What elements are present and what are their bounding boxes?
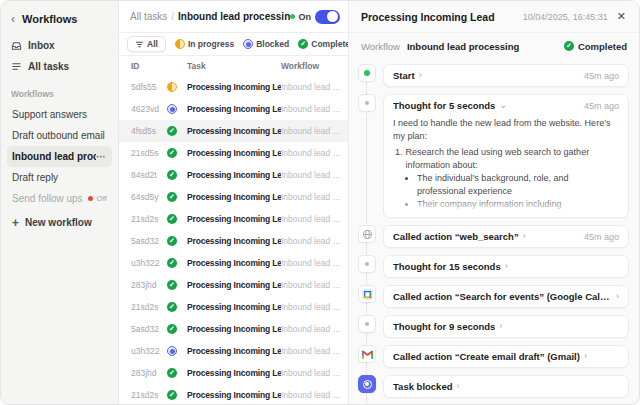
inbox-icon [11,40,22,51]
workflow-item-label: Support answers [12,109,87,120]
card-timestamp: 45m ago [584,71,619,81]
chevron-right-icon: › [616,292,619,301]
timeline-card-search-events[interactable]: Called action “Search for events” (Googl… [383,285,629,308]
task-row[interactable]: 21sd5s Processing Incoming Lead Inbound … [119,142,348,164]
task-row[interactable]: 4623vd Processing Incoming Lead Inbound … [119,98,348,120]
column-header-workflow: Workflow [281,61,344,71]
chevron-right-icon: › [419,71,422,80]
column-header-task: Task [187,61,281,71]
task-row[interactable]: 283jhd Processing Incoming Lead Inbound … [119,362,348,384]
sidebar-item-draft-outbound-email[interactable]: Draft outbound email [7,125,112,146]
timeline-card-task-blocked[interactable]: Task blocked › [383,375,629,398]
timeline-card-web-search[interactable]: Called action “web_search” › 45m ago [383,225,629,248]
step-text: Research the lead using web search to ga… [406,146,619,172]
task-name: Processing Incoming Lead [187,82,281,92]
card-title: Start [393,70,415,81]
task-row[interactable]: 21sd2s Processing Incoming Lead Inbound … [119,296,348,318]
ellipsis-icon[interactable]: ⋯ [96,151,107,162]
thought-bullet: The individual’s background, role, and p… [417,172,619,198]
task-id: 21sd2s [131,390,167,400]
breadcrumb-all-tasks[interactable]: All tasks [130,11,167,22]
sidebar-item-draft-reply[interactable]: Draft reply [7,167,112,188]
task-workflow: Inbound lead processing [281,126,344,136]
card-timestamp: 45m ago [584,232,619,242]
task-name: Processing Incoming Lead [187,368,281,378]
in-progress-status-icon [175,39,185,49]
card-title: Thought for 9 seconds [393,321,495,332]
timeline-card-thought-5s[interactable]: Thought for 5 seconds ⌄ 45m ago I need t… [383,94,629,218]
timeline-item-thought-15s: Thought for 15 seconds › [358,255,629,278]
sidebar-item-label: All tasks [28,61,69,72]
task-workflow: Inbound lead processing [281,346,344,356]
detail-title: Processing Incoming Lead [361,11,515,23]
task-name: Processing Incoming Lead [187,346,281,356]
sidebar: ‹ Workflows Inbox All tasks Workflows Su… [1,1,119,404]
task-row-selected[interactable]: 4fsd5s Processing Incoming Lead Inbound … [119,120,348,142]
task-row[interactable]: 21sd2s Processing Incoming Lead Inbound … [119,384,348,404]
timeline-item-search-events: Called action “Search for events” (Googl… [358,285,629,308]
card-title: Task blocked [393,381,453,392]
filter-all-button[interactable]: All [127,36,166,52]
task-row[interactable]: 5asd32 Processing Incoming Lead Inbound … [119,230,348,252]
thought-dot-icon [358,255,376,273]
sidebar-item-send-follow-ups[interactable]: Send follow ups Off [7,188,112,209]
step-number: 1. [395,146,403,172]
task-workflow: Inbound lead processing [281,214,344,224]
task-detail-panel: Processing Incoming Lead 10/04/2025, 16:… [349,1,639,404]
task-row[interactable]: 64sd5y Processing Incoming Lead Inbound … [119,186,348,208]
plus-icon: + [12,219,19,227]
filter-label: Blocked [256,39,289,49]
filter-in-progress-button[interactable]: In progress [175,39,234,49]
task-name: Processing Incoming Lead [187,236,281,246]
globe-icon [358,225,376,243]
chevron-right-icon: › [499,322,502,331]
tasks-icon [11,61,22,72]
blocked-status-icon [243,39,253,49]
task-id: 84sd2t [131,170,167,180]
timeline-item-web-search: Called action “web_search” › 45m ago [358,225,629,248]
timeline-card-thought-9s[interactable]: Thought for 9 seconds › [383,315,629,338]
task-id: 21sd5s [131,148,167,158]
workflow-item-label: Send follow ups [12,193,83,204]
sidebar-item-inbox[interactable]: Inbox [7,35,112,56]
task-workflow: Inbound lead processing [281,368,344,378]
row-status-icon [167,170,177,180]
task-row[interactable]: 283jhd Processing Incoming Lead Inbound … [119,274,348,296]
timeline-card-create-email-draft[interactable]: Called action “Create email draft” (Gmai… [383,345,629,368]
on-label: On [299,12,312,22]
task-id: 21sd2s [131,302,167,312]
chevron-right-icon: › [505,262,508,271]
close-icon[interactable]: ✕ [616,10,627,23]
filter-blocked-button[interactable]: Blocked [243,39,289,49]
task-name: Processing Incoming Lead [187,258,281,268]
chevron-right-icon: › [523,232,526,241]
sidebar-item-support-answers[interactable]: Support answers [7,104,112,125]
task-id: 4623vd [131,104,167,114]
chevron-down-icon: ⌄ [499,101,507,110]
task-row[interactable]: 5asd32 Processing Incoming Lead Inbound … [119,318,348,340]
workflow-toggle[interactable] [315,10,340,24]
task-row[interactable]: 21sd2s Processing Incoming Lead Inbound … [119,208,348,230]
task-row[interactable]: u3h322 Processing Incoming Lead Inbound … [119,340,348,362]
row-status-icon [167,148,177,158]
task-workflow: Inbound lead processing [281,280,344,290]
detail-topbar: Processing Incoming Lead 10/04/2025, 16:… [349,1,639,33]
timeline-item-thought-9s: Thought for 9 seconds › [358,315,629,338]
task-row[interactable]: u3h322 Processing Incoming Lead Inbound … [119,252,348,274]
thought-bullet: Their company information including prod… [417,198,619,213]
thought-dot-icon [358,94,376,112]
timeline-card-start[interactable]: Start › 45m ago [383,64,629,87]
workflow-field-value: Inbound lead processing [407,41,519,52]
filter-completed-button[interactable]: Completed [298,39,348,49]
on-status-dot [290,14,295,19]
task-row[interactable]: 84sd2t Processing Incoming Lead Inbound … [119,164,348,186]
timeline-card-thought-15s[interactable]: Thought for 15 seconds › [383,255,629,278]
gmail-icon [358,345,376,363]
task-workflow: Inbound lead processing [281,324,344,334]
new-workflow-button[interactable]: + New workflow [7,209,112,236]
back-chevron-icon[interactable]: ‹ [11,14,15,24]
task-row[interactable]: 5dfs55 Processing Incoming Lead Inbound … [119,76,348,98]
sidebar-item-all-tasks[interactable]: All tasks [7,56,112,77]
row-status-icon [167,258,177,268]
sidebar-item-inbound-lead-processing[interactable]: Inbound lead processing ⋯ [7,146,112,167]
